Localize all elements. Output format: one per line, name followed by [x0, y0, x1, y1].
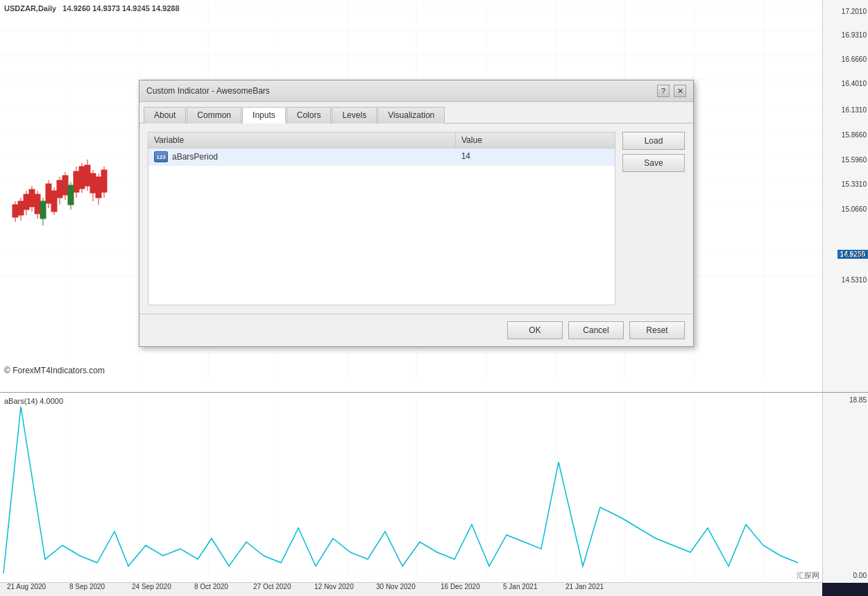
variable-name: aBarsPeriod [172, 152, 218, 162]
svg-rect-53 [40, 201, 46, 219]
indicator-chart: aBars(14) 4.0000 [0, 392, 822, 596]
indicator-label-bottom: 0.00 [853, 572, 867, 579]
price-label-10: 14.7960 [842, 251, 867, 259]
price-label-5: 16.1310 [842, 106, 867, 114]
tab-levels[interactable]: Levels [332, 107, 377, 124]
value-cell[interactable]: 14 [456, 148, 615, 165]
help-button[interactable]: ? [657, 85, 670, 97]
svg-rect-35 [51, 191, 57, 212]
ok-button[interactable]: OK [507, 321, 563, 339]
date-label-8: 16 Dec 2020 [441, 583, 480, 590]
price-label-4: 16.4010 [842, 80, 867, 87]
col-variable: Variable [148, 133, 456, 148]
inputs-table: Variable Value 123 aBarsPeriod 14 [148, 132, 615, 305]
price-label-11: 14.5310 [842, 276, 867, 284]
indicator-label-top: 18.85 [849, 396, 867, 404]
dialog-controls: ? ✕ [657, 85, 686, 97]
date-label-6: 12 Nov 2020 [314, 583, 354, 590]
svg-rect-45 [85, 165, 90, 186]
price-label-1: 17.2010 [842, 8, 867, 15]
tab-inputs[interactable]: Inputs [242, 107, 286, 124]
price-label-3: 16.6660 [842, 56, 867, 63]
indicator-axis: 18.85 0.00 [822, 392, 868, 583]
price-label-7: 15.5960 [842, 156, 867, 164]
dialog-titlebar: Custom Indicator - AwesomeBars ? ✕ [139, 80, 693, 102]
price-label-8: 15.3310 [842, 180, 867, 188]
svg-rect-49 [96, 177, 101, 198]
reset-button[interactable]: Reset [629, 321, 685, 339]
close-button[interactable]: ✕ [674, 85, 686, 97]
svg-rect-43 [79, 167, 85, 189]
tab-visualization[interactable]: Visualization [377, 107, 445, 124]
dialog-tabs: About Common Inputs Colors Levels Visual… [139, 102, 693, 124]
date-label-2: 8 Sep 2020 [69, 583, 105, 590]
variable-icon: 123 [154, 151, 168, 162]
dialog-footer: OK Cancel Reset [139, 314, 693, 346]
load-button[interactable]: Load [622, 132, 685, 150]
svg-rect-51 [101, 170, 107, 192]
date-label-9: 5 Jan 2021 [503, 583, 538, 590]
date-label-7: 30 Nov 2020 [376, 583, 416, 590]
price-axis: 17.2010 16.9310 16.6660 16.4010 16.1310 … [822, 0, 868, 392]
date-label-5: 27 Oct 2020 [253, 583, 291, 590]
svg-rect-27 [24, 194, 29, 210]
dialog-right-buttons: Load Save [622, 132, 685, 305]
dialog-title: Custom Indicator - AwesomeBars [146, 86, 270, 96]
svg-rect-41 [74, 171, 79, 192]
date-label-3: 24 Sep 2020 [132, 583, 171, 590]
date-label-1: 21 Aug 2020 [7, 583, 46, 590]
tab-colors[interactable]: Colors [287, 107, 332, 124]
cancel-button[interactable]: Cancel [568, 321, 624, 339]
price-label-9: 15.0660 [842, 205, 867, 213]
dialog-body: Variable Value 123 aBarsPeriod 14 Load S… [139, 124, 693, 314]
svg-rect-55 [68, 185, 74, 205]
watermark: © ForexMT4Indicators.com [4, 366, 105, 375]
svg-rect-25 [18, 201, 24, 215]
date-axis: 21 Aug 2020 8 Sep 2020 24 Sep 2020 8 Oct… [0, 582, 822, 596]
custom-indicator-dialog: Custom Indicator - AwesomeBars ? ✕ About… [139, 80, 694, 347]
svg-rect-23 [12, 205, 18, 217]
date-label-4: 8 Oct 2020 [194, 583, 228, 590]
price-label-6: 15.8660 [842, 131, 867, 139]
indicator-svg [0, 393, 822, 596]
svg-rect-47 [90, 173, 96, 193]
svg-rect-31 [35, 194, 40, 214]
price-label-2: 16.9310 [842, 31, 867, 39]
col-value: Value [456, 133, 615, 148]
tab-about[interactable]: About [144, 107, 186, 124]
svg-rect-39 [62, 176, 68, 195]
save-button[interactable]: Save [622, 154, 685, 172]
date-label-10: 21 Jan 2021 [565, 583, 604, 590]
tab-common[interactable]: Common [187, 107, 241, 124]
svg-rect-33 [46, 184, 51, 203]
table-row[interactable]: 123 aBarsPeriod 14 [148, 148, 615, 166]
watermark-bottom-right: 汇探网 [797, 570, 819, 581]
table-header: Variable Value [148, 133, 615, 148]
variable-cell: 123 aBarsPeriod [148, 148, 456, 165]
svg-rect-37 [57, 180, 62, 198]
svg-rect-29 [29, 189, 35, 207]
